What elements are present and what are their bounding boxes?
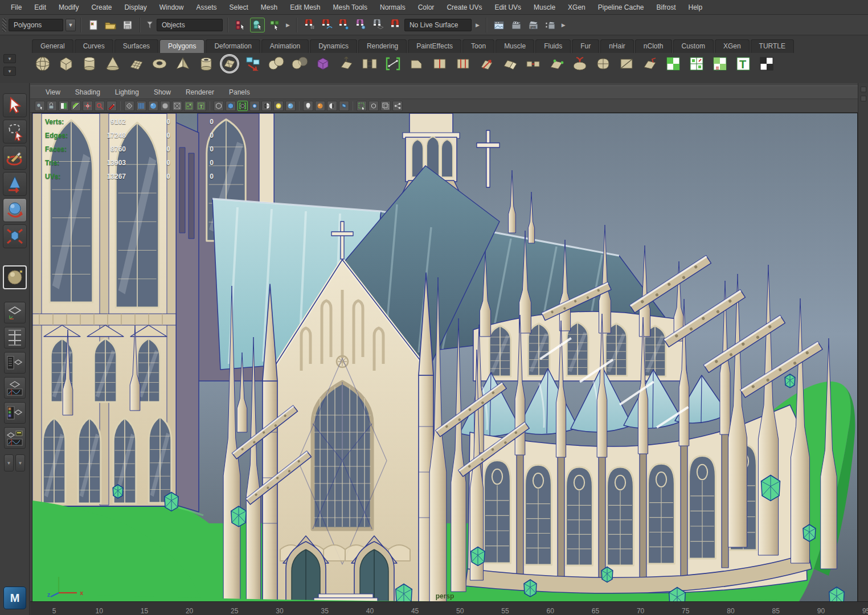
shelf-tab-xgen[interactable]: XGen: [715, 39, 750, 53]
menu-edit[interactable]: Edit: [28, 0, 52, 15]
menu-edit-mesh[interactable]: Edit Mesh: [284, 0, 326, 15]
shelf-tab-dynamics[interactable]: Dynamics: [310, 39, 357, 53]
multisample-icon[interactable]: [285, 101, 296, 111]
panel-menu-shading[interactable]: Shading: [68, 85, 108, 99]
menu-set-dropdown[interactable]: Polygons: [9, 19, 63, 31]
menu-display[interactable]: Display: [118, 0, 153, 15]
wireframe-icon[interactable]: [124, 101, 134, 111]
layout-persp-outliner-graph[interactable]: [4, 427, 26, 449]
menu-mesh-tools[interactable]: Mesh Tools: [327, 0, 374, 15]
poly-cube-icon[interactable]: [56, 54, 76, 73]
isolate-select-icon[interactable]: [214, 101, 224, 111]
layout-dropdown-a[interactable]: ▼: [4, 454, 14, 472]
selection-filter-icon[interactable]: [145, 19, 154, 31]
save-scene-button[interactable]: [120, 18, 135, 32]
shelf-tab-ncloth[interactable]: nCloth: [635, 39, 672, 53]
viewport-canvas[interactable]: Verts:910200Edges:1724800Faces:876000Tri…: [32, 113, 858, 602]
points-display-icon[interactable]: [172, 101, 182, 111]
right-panel-strip[interactable]: [858, 83, 868, 615]
layer-editor-toggle-icon[interactable]: [861, 96, 866, 101]
panel-menu-view[interactable]: View: [38, 85, 68, 99]
menu-create-uvs[interactable]: Create UVs: [440, 0, 488, 15]
uv-text-icon[interactable]: T: [734, 54, 753, 73]
shelf-tab-general[interactable]: General: [32, 39, 73, 53]
menu-file[interactable]: File: [5, 0, 28, 15]
layout-persp-graph[interactable]: [4, 377, 26, 399]
motion-blur-icon[interactable]: [273, 101, 284, 111]
reduce-icon[interactable]: [640, 54, 660, 73]
select-tool[interactable]: [3, 93, 27, 117]
xray-active-icon[interactable]: [238, 101, 248, 111]
menu-help[interactable]: Help: [682, 0, 709, 15]
shelf-tab-fluids[interactable]: Fluids: [535, 39, 571, 53]
exposure-icon[interactable]: [327, 101, 337, 111]
objects-filter-field[interactable]: Objects: [157, 19, 223, 31]
uv-unfold-icon[interactable]: [687, 54, 706, 73]
combine-icon[interactable]: [267, 54, 286, 73]
menu-xgen[interactable]: XGen: [562, 0, 592, 15]
snap-projected-button[interactable]: [353, 18, 368, 32]
render-frame-button[interactable]: [509, 18, 523, 32]
menu-mesh[interactable]: Mesh: [255, 0, 284, 15]
mirror-geometry-icon[interactable]: [290, 54, 309, 73]
paint-select-tool[interactable]: [3, 146, 27, 170]
poly-pyramid-icon[interactable]: [173, 54, 193, 73]
last-tool-sphere[interactable]: [3, 265, 27, 289]
panel-menu-panels[interactable]: Panels: [222, 85, 257, 99]
toolbar-grip[interactable]: [2, 18, 6, 32]
lock-camera-icon[interactable]: [47, 101, 57, 111]
shelf-menu-button[interactable]: ▼: [3, 67, 16, 76]
shelf-tab-animation[interactable]: Animation: [261, 39, 309, 53]
shelf-tab-nhair[interactable]: nHair: [600, 39, 634, 53]
menu-pipeline-cache[interactable]: Pipeline Cache: [592, 0, 650, 15]
uv-projection-icon[interactable]: [243, 54, 263, 73]
poly-pipe-icon[interactable]: [196, 54, 216, 73]
menu-bifrost[interactable]: Bifrost: [650, 0, 682, 15]
layout-four-pane[interactable]: [4, 327, 26, 348]
poly-cylinder-icon[interactable]: [80, 54, 99, 73]
shelf-tab-fur[interactable]: Fur: [572, 39, 599, 53]
xray-icon[interactable]: [226, 101, 236, 111]
shelf-tab-turtle[interactable]: TURTLE: [751, 39, 794, 53]
menu-edit-uvs[interactable]: Edit UVs: [488, 0, 527, 15]
shelf-tab-muscle[interactable]: Muscle: [496, 39, 534, 53]
panel-menu-show[interactable]: Show: [146, 85, 178, 99]
menu-create[interactable]: Create: [85, 0, 118, 15]
append-poly-icon[interactable]: [500, 54, 519, 73]
bookmark-icon[interactable]: [71, 101, 81, 111]
menu-modify[interactable]: Modify: [52, 0, 85, 15]
lights-icon[interactable]: [303, 101, 313, 111]
shelf-tab-painteffects[interactable]: PaintEffects: [408, 39, 461, 53]
multi-cut-icon[interactable]: [383, 54, 403, 73]
ipr-render-button[interactable]: IPR: [526, 18, 541, 32]
poly-sphere-icon[interactable]: [33, 54, 52, 73]
quad-draw-icon[interactable]: [547, 54, 566, 73]
pan-zoom-2d-icon[interactable]: [95, 101, 105, 111]
lasso-tool[interactable]: [3, 120, 27, 144]
snap-point-button[interactable]: [336, 18, 351, 32]
flat-shade-icon[interactable]: [148, 101, 158, 111]
offset-edge-loop-icon[interactable]: [453, 54, 473, 73]
smooth-shade-icon[interactable]: [136, 101, 146, 111]
move-tool[interactable]: [3, 172, 27, 196]
menu-select[interactable]: Select: [223, 0, 254, 15]
triangulate-icon[interactable]: [617, 54, 636, 73]
menu-muscle[interactable]: Muscle: [527, 0, 562, 15]
render-view-button[interactable]: [492, 18, 506, 32]
share-view-icon[interactable]: [392, 101, 403, 111]
default-material-icon[interactable]: [184, 101, 194, 111]
uv-checker-icon[interactable]: [664, 54, 683, 73]
gamma-icon[interactable]: [339, 101, 349, 111]
bounding-box-icon[interactable]: [160, 101, 170, 111]
menu-assets[interactable]: Assets: [190, 0, 223, 15]
poly-faces-icon[interactable]: [220, 54, 239, 73]
textured-icon[interactable]: T: [196, 101, 206, 111]
select-component-button[interactable]: [267, 18, 282, 32]
smooth-icon[interactable]: [593, 54, 613, 73]
live-surface-arrow[interactable]: ▶: [474, 22, 481, 28]
menu-set-dropdown-arrow[interactable]: ▼: [65, 19, 76, 31]
highlight-select-icon[interactable]: [357, 101, 367, 111]
gate-mask-icon[interactable]: [380, 101, 391, 111]
grease-pencil-icon[interactable]: [107, 101, 117, 111]
select-camera-icon[interactable]: [35, 101, 45, 111]
